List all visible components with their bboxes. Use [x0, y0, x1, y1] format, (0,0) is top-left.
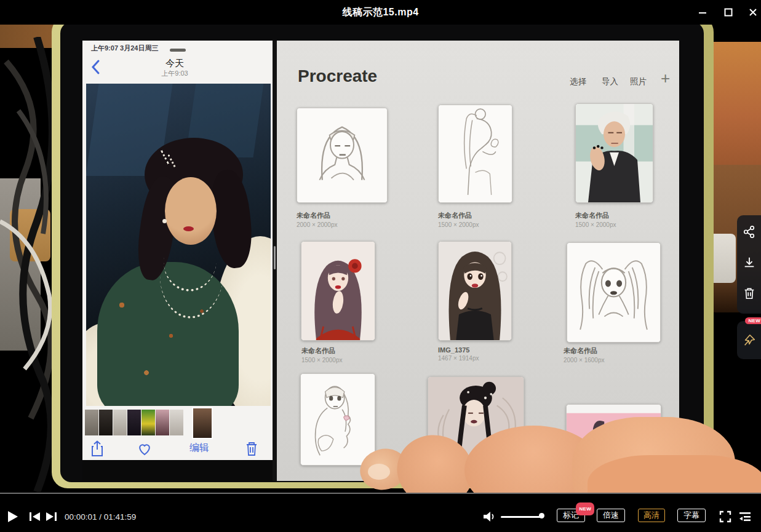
ipad-device: 上午9:07 3月24日周三 今天 上午9:03 [52, 25, 714, 488]
playlist-button[interactable] [737, 509, 753, 525]
artwork-card[interactable] [301, 241, 375, 341]
hd-button[interactable]: 高清 [638, 509, 665, 522]
share-icon[interactable] [743, 225, 756, 239]
ipad-screen: 上午9:07 3月24日周三 今天 上午9:03 [82, 41, 679, 481]
close-button[interactable] [744, 5, 761, 20]
artwork-card[interactable] [575, 103, 653, 203]
maximize-icon [724, 8, 733, 17]
procreate-title: Procreate [298, 66, 377, 86]
hand-decoration [588, 455, 761, 493]
sketch-pigtails-artwork [567, 243, 660, 342]
photo-thumbnail[interactable] [127, 410, 141, 435]
split-view-drag-handle[interactable] [274, 246, 276, 269]
previous-button[interactable] [27, 509, 43, 525]
maximize-button[interactable] [720, 5, 737, 20]
photos-bottom-letterbox [82, 460, 273, 481]
sketch-braid-artwork [301, 374, 375, 465]
window-title: 线稿示范15.mp4 [0, 6, 761, 19]
fullscreen-button[interactable] [717, 509, 733, 525]
photo-thumbnail[interactable] [99, 410, 113, 435]
artwork-card[interactable] [438, 105, 512, 203]
subtitle-button[interactable]: 字幕 [677, 509, 706, 522]
sketch-ponytail-artwork [439, 105, 512, 202]
next-button[interactable] [43, 509, 59, 525]
title-bar: 线稿示范15.mp4 [0, 0, 761, 25]
trash-icon[interactable] [743, 287, 756, 300]
minimize-icon [698, 8, 707, 17]
download-icon[interactable] [743, 256, 756, 269]
next-icon [45, 511, 57, 522]
artwork-label: IMG_1375 1467 × 1914px [438, 346, 479, 362]
artwork-card[interactable] [438, 241, 512, 341]
back-button[interactable] [90, 59, 102, 75]
player-control-bar: 00:00:01 / 01:41:59 标记 NEW 倍速 高清 字幕 [0, 494, 761, 532]
artwork-card[interactable] [567, 242, 661, 343]
new-badge: NEW [576, 502, 594, 515]
speed-button[interactable]: 倍速 [597, 509, 625, 522]
play-icon [7, 510, 18, 523]
playlist-icon [738, 511, 752, 522]
artwork-card[interactable] [300, 373, 375, 466]
photos-date-title: 今天 [119, 58, 230, 69]
video-player-window: 线稿示范15.mp4 [0, 0, 761, 532]
photo-thumbnail[interactable] [156, 410, 169, 435]
artwork-label: 未命名作品 1500 × 2000px [575, 211, 616, 228]
procreate-app-pane: Procreate 选择 导入 照片 + [277, 41, 679, 481]
photo-portrait [86, 84, 271, 406]
add-canvas-button[interactable]: + [661, 69, 670, 88]
volume-icon [483, 511, 495, 522]
volume-button[interactable] [481, 509, 497, 525]
new-badge: NEW [745, 317, 761, 324]
previous-icon [29, 511, 41, 522]
artwork-label: 未命名作品 1500 × 2000px [438, 211, 479, 228]
side-tool-panel [737, 215, 761, 314]
time-display: 00:00:01 / 01:41:59 [65, 512, 136, 522]
earring-decoration [162, 219, 167, 223]
shelf-decoration [712, 42, 761, 165]
trash-icon[interactable] [245, 441, 258, 457]
painted-girl-flower-artwork [301, 242, 375, 340]
minimize-button[interactable] [694, 5, 711, 20]
subtitle-button-label: 字幕 [683, 510, 699, 520]
fingernail-decoration [368, 464, 390, 480]
chevron-left-icon [90, 59, 102, 75]
play-button[interactable] [5, 509, 21, 525]
artwork-card[interactable] [297, 108, 388, 203]
pin-panel: NEW [737, 321, 761, 359]
fullscreen-icon [719, 510, 731, 523]
painted-man-artwork [576, 104, 653, 202]
photo-thumbnail[interactable] [113, 410, 127, 435]
artwork-label: 未命名作品 2000 × 1600px [564, 346, 604, 363]
photo-button[interactable]: 照片 [630, 76, 647, 87]
video-viewport[interactable]: 上午9:07 3月24日周三 今天 上午9:03 [0, 25, 761, 493]
artwork-label: 未命名作品 2000 × 2000px [297, 211, 337, 228]
status-bar-datetime: 上午9:07 3月24日周三 [91, 44, 158, 53]
artwork-label: 未命名作品 1500 × 2000px [301, 346, 342, 363]
close-icon [749, 8, 757, 17]
edit-button[interactable]: 编辑 [180, 442, 219, 455]
volume-slider-knob[interactable] [539, 513, 544, 518]
hd-button-label: 高清 [643, 510, 659, 520]
photos-time-subtitle: 上午9:03 [119, 69, 230, 78]
split-view-handle[interactable] [170, 49, 186, 52]
import-button[interactable]: 导入 [602, 76, 618, 87]
photo-thumbnail-selected[interactable] [193, 408, 212, 438]
split-view-divider [273, 41, 277, 481]
speed-button-label: 倍速 [603, 510, 619, 520]
mark-button[interactable]: 标记 NEW [557, 509, 585, 522]
photo-thumbnail[interactable] [170, 410, 183, 435]
photo-thumbnail[interactable] [85, 410, 98, 435]
photo-thumbnail[interactable] [141, 410, 155, 435]
heart-icon[interactable] [137, 442, 153, 456]
share-icon[interactable] [90, 440, 105, 458]
painted-girl-darkhair-artwork [439, 242, 511, 340]
photos-app-pane: 上午9:07 3月24日周三 今天 上午9:03 [82, 41, 273, 481]
volume-slider[interactable] [501, 516, 541, 518]
photos-toolbar [82, 439, 273, 460]
pin-icon[interactable] [743, 333, 756, 347]
select-button[interactable]: 选择 [570, 76, 586, 87]
sketch-girl-artwork [297, 108, 387, 202]
